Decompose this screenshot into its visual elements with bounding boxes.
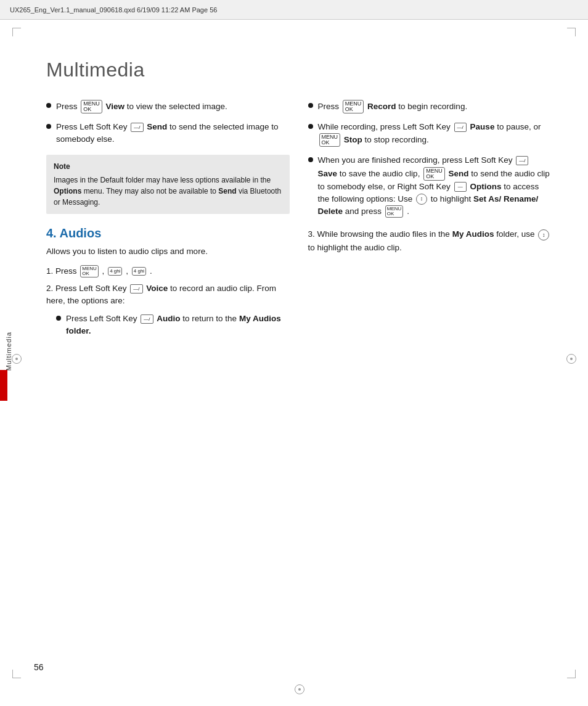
page-title: Multimedia: [46, 59, 551, 81]
finished-text2: to save the audio clip,: [340, 168, 422, 178]
step3-text3: to highlight the audio clip.: [308, 243, 402, 252]
pause-bold: Pause: [470, 122, 495, 131]
softkey-options-icon: —: [454, 182, 467, 191]
stop-rest: to stop recording.: [365, 135, 429, 144]
softkey-save-icon: —/: [516, 156, 528, 165]
right-column: Press MENUOK Record to begin recording. …: [308, 100, 552, 345]
send-bold: Send: [147, 122, 167, 131]
bullet-audio-rest: to return to the: [182, 314, 239, 323]
left-column: Press MENUOK View to view the selected i…: [46, 100, 290, 345]
my-audios-bold2: My Audios: [452, 229, 494, 239]
pause-to: to pause, or: [497, 122, 541, 131]
note-send-bold: Send: [218, 187, 236, 195]
section-audios-desc: Allows you to listen to audio clips and …: [46, 245, 290, 258]
note-body: Images in the Default folder may have le…: [54, 174, 282, 208]
sidebar-accent: [0, 370, 7, 401]
bullet-record-rest: to begin recording.: [398, 102, 467, 111]
note-title: Note: [54, 161, 282, 172]
record-bold: Record: [367, 102, 396, 111]
bullet-view: Press MENUOK View to view the selected i…: [46, 100, 290, 113]
step3-text1: 3. While browsing the audio files in the: [308, 229, 452, 239]
step-1: 1. Press MENUOK , 4 ghi , 4 ghi .: [46, 265, 290, 277]
bullet-send: Press Left Soft Key —/ Send to send the …: [46, 121, 290, 146]
crop-mark-tl: [12, 28, 21, 36]
menu-ok-icon-record: MENUOK: [343, 100, 364, 113]
finished-text5: to highlight: [431, 194, 473, 203]
options-bold: Options: [470, 182, 501, 191]
softkey-audio-icon: —/: [141, 314, 153, 324]
bullet-dot-1: [46, 103, 51, 108]
step-3: 3. While browsing the audio files in the…: [308, 228, 552, 254]
reg-mark-bottom: [294, 684, 305, 695]
header-text: UX265_Eng_Ver1.1_manual_090618.qxd 6/19/…: [10, 6, 217, 14]
bullet-view-rest: to view the selected image.: [127, 102, 227, 111]
bullet-audio-prefix: Press Left Soft Key: [66, 314, 139, 323]
bullet-pause-content: While recording, press Left Soft Key —/ …: [318, 121, 552, 147]
menu-ok-icon-view: MENUOK: [81, 100, 102, 113]
bullet-finished-content: When you are finished recording, press L…: [318, 154, 552, 218]
step1-comma1: ,: [102, 266, 107, 276]
bullet-dot-2: [46, 124, 51, 129]
finished-text6: and press: [345, 207, 384, 216]
softkey-voice-icon: —/: [130, 284, 142, 293]
softkey-send-icon: —/: [131, 123, 143, 132]
menu-ok-icon-stop: MENUOK: [319, 133, 341, 147]
bullet-finished: When you are finished recording, press L…: [308, 154, 552, 218]
bullet-record-prefix: Press: [318, 102, 341, 111]
finished-text7: .: [407, 207, 409, 216]
menu-ok-icon-step1: MENUOK: [80, 265, 99, 277]
bullet-dot-record: [308, 103, 313, 108]
softkey-pause-icon: —/: [454, 123, 467, 132]
view-bold: View: [106, 102, 125, 111]
bullet-audio-content: Press Left Soft Key —/ Audio to return t…: [66, 313, 290, 338]
two-column-layout: Press MENUOK View to view the selected i…: [46, 100, 551, 345]
bullet-dot-finished: [308, 157, 313, 162]
sidebar-label-text: Multimedia: [5, 332, 12, 371]
bullet-view-content: Press MENUOK View to view the selected i…: [56, 100, 290, 113]
step3-text2: folder, use: [496, 229, 537, 239]
save-bold: Save: [318, 168, 338, 178]
bullet-dot-audio: [56, 316, 61, 321]
section-audios-heading: 4. Audios: [46, 226, 290, 240]
nav-icon-2: ↕: [538, 229, 549, 240]
crop-mark-tr: [567, 28, 576, 36]
step1-prefix: 1. Press: [46, 266, 79, 276]
stop-bold: Stop: [344, 135, 362, 144]
while-recording-text: While recording, press Left Soft Key: [318, 122, 453, 131]
voice-bold: Voice: [146, 284, 168, 293]
send2-bold: Send: [448, 168, 468, 178]
4ghi-icon-1: 4 ghi: [108, 267, 122, 276]
note-options-bold: Options: [54, 187, 81, 195]
nav-icon-1: ↕: [416, 194, 427, 205]
bullet-view-prefix: Press: [56, 102, 80, 111]
bullet-send-content: Press Left Soft Key —/ Send to send the …: [56, 121, 290, 146]
bullet-record: Press MENUOK Record to begin recording.: [308, 100, 552, 113]
bullet-dot-pause: [308, 124, 313, 129]
crop-mark-bl: [12, 670, 21, 678]
step-2-bullet: Press Left Soft Key —/ Audio to return t…: [56, 313, 290, 338]
finished-text1: When you are finished recording, press L…: [318, 155, 515, 165]
crop-mark-br: [567, 670, 576, 678]
step1-end: .: [150, 266, 152, 276]
bullet-send-prefix: Press Left Soft Key: [56, 122, 129, 131]
step2-prefix: 2. Press Left Soft Key: [46, 284, 129, 293]
note-box: Note Images in the Default folder may ha…: [46, 155, 290, 214]
step-2: 2. Press Left Soft Key —/ Voice to recor…: [46, 282, 290, 308]
menu-ok-icon-press: MENUOK: [385, 205, 404, 218]
bullet-record-content: Press MENUOK Record to begin recording.: [318, 100, 552, 113]
menu-ok-icon-send: MENUOK: [423, 167, 445, 181]
bullet-pause-stop: While recording, press Left Soft Key —/ …: [308, 121, 552, 147]
audio-bold: Audio: [157, 314, 180, 323]
step1-comma2: ,: [126, 266, 131, 276]
header-bar: UX265_Eng_Ver1.1_manual_090618.qxd 6/19/…: [0, 0, 588, 20]
4ghi-icon-2: 4 ghi: [132, 267, 146, 276]
reg-mark-right: [566, 353, 577, 364]
main-content: Multimedia Press MENUOK View to view the…: [34, 34, 563, 672]
bullet-audio: Press Left Soft Key —/ Audio to return t…: [56, 313, 290, 338]
